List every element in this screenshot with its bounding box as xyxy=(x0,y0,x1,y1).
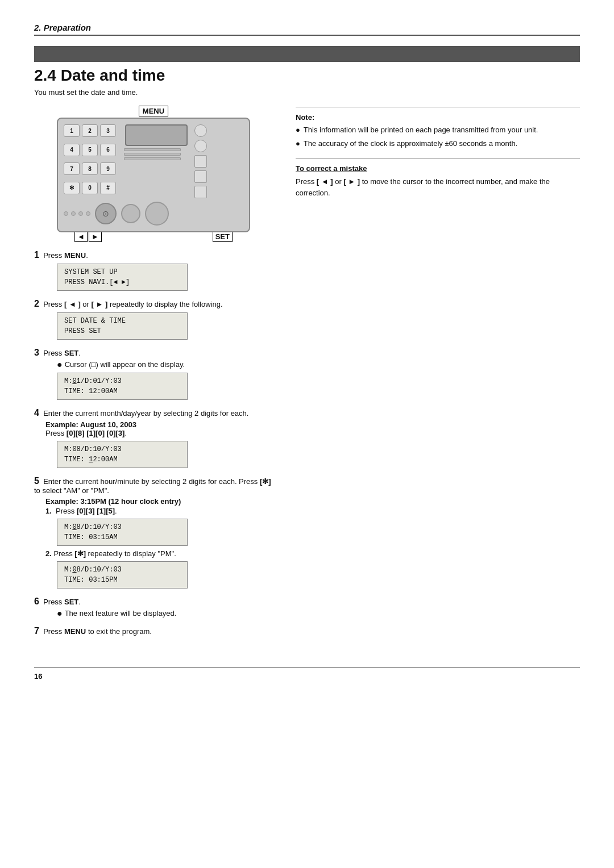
chapter-title-bar xyxy=(34,46,580,62)
menu-label: MENU xyxy=(34,107,273,115)
note-item-1: ● This information will be printed on ea… xyxy=(296,125,580,135)
lcd-screen-6: M:08/D:10/Y:03 TIME: 03:15PM xyxy=(57,561,188,589)
lcd-screen-3: M:01/D:01/Y:03 TIME: 12:00AM xyxy=(57,373,188,400)
lcd-screen-2: SET DATE & TIME PRESS SET xyxy=(57,312,188,340)
lcd-screen-4: M:08/D:10/Y:03 TIME: 12:00AM xyxy=(57,441,188,468)
section-header: 2. Preparation xyxy=(34,23,580,36)
fax-large-button xyxy=(121,204,140,223)
nav-set-row: ◄► SET xyxy=(57,232,250,241)
fax-right-buttons xyxy=(194,124,207,198)
to-correct-title: To correct a mistake xyxy=(296,164,580,173)
to-correct-section: To correct a mistake Press [ ◄ ] or [ ► … xyxy=(296,158,580,198)
step4-example-label: Example: August 10, 2003 xyxy=(45,420,273,429)
step-3-bullet: ● Cursor (□) will appear on the display. xyxy=(57,360,273,369)
nav-left-label: ◄► xyxy=(74,232,102,241)
step5-example-label: Example: 3:15PM (12 hour clock entry) xyxy=(45,497,273,506)
note-title: Note: xyxy=(296,113,580,122)
step-7: 7 Press MENU to exit the program. xyxy=(34,626,273,636)
note-section: Note: ● This information will be printed… xyxy=(296,107,580,149)
lcd-screen-5: M:08/D:10/Y:03 TIME: 03:15AM xyxy=(57,519,188,546)
step-1: 1 Press MENU. SYSTEM SET UP PRESS NAVI.[… xyxy=(34,250,273,291)
fax-bottom-row: ⊙ xyxy=(64,202,243,226)
step-2: 2 Press [ ◄ ] or [ ► ] repeatedly to dis… xyxy=(34,299,273,340)
step4-example-press: Press [0][8] [1][0] [0][3]. xyxy=(45,429,273,437)
to-correct-text: Press [ ◄ ] or [ ► ] to move the cursor … xyxy=(296,176,580,198)
fax-machine-illustration: 1 2 3 4 5 6 7 8 9 ✻ 0 # xyxy=(57,118,250,232)
lcd-screen-1: SYSTEM SET UP PRESS NAVI.[◄ ►] xyxy=(57,264,188,291)
note-item-2: ● The accuracy of the clock is approxima… xyxy=(296,139,580,149)
step-6-bullet: ● The next feature will be displayed. xyxy=(57,609,273,618)
fax-display xyxy=(125,124,188,146)
fax-larger-button xyxy=(145,202,169,226)
set-label: SET xyxy=(212,232,233,241)
step-3: 3 Press SET. ● Cursor (□) will appear on… xyxy=(34,348,273,400)
step-5: 5 Enter the current hour/minute by selec… xyxy=(34,476,273,589)
page-number: 16 xyxy=(34,667,580,681)
step-6: 6 Press SET. ● The next feature will be … xyxy=(34,596,273,618)
chapter-title: 2.4 Date and time xyxy=(34,66,580,85)
subtitle: You must set the date and time. xyxy=(34,88,580,97)
step-4: 4 Enter the current month/day/year by se… xyxy=(34,408,273,468)
fax-keypad: 1 2 3 4 5 6 7 8 9 ✻ 0 # xyxy=(64,124,116,198)
